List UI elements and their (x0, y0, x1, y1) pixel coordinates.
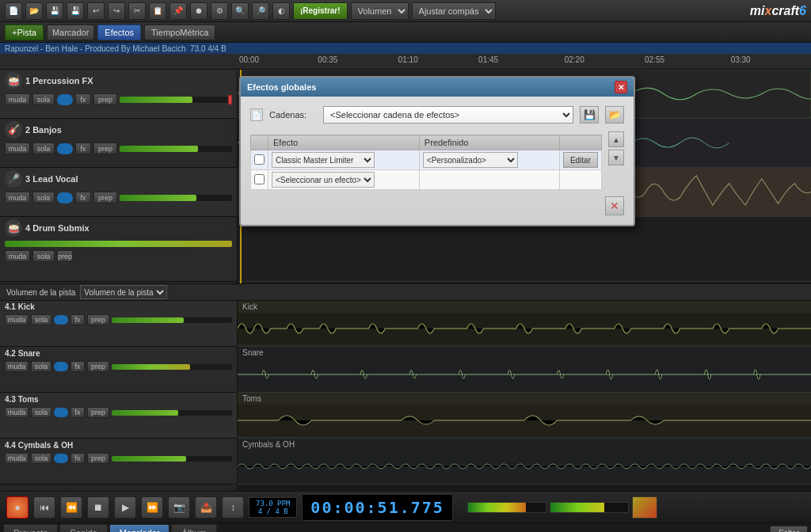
subtrack-4-3-name: 4.3 Toms (5, 395, 39, 404)
track-2-prep-btn[interactable]: prep (93, 142, 117, 154)
effect-down-btn[interactable]: ▼ (608, 150, 624, 165)
cadenas-save-btn[interactable]: 💾 (580, 106, 599, 124)
track-3-fader[interactable] (120, 195, 232, 201)
time-display: 00:00:51.775 (302, 494, 453, 521)
track-3-prep-btn[interactable]: prep (93, 192, 117, 203)
sub-4-4-fx-btn[interactable]: fx (70, 453, 85, 464)
modal-close-btn[interactable]: ✕ (615, 81, 627, 93)
effect-1-select[interactable]: Classic Master Limiter (272, 152, 375, 168)
adjust-select[interactable]: Ajustar compás (412, 2, 496, 20)
track-1-fx-btn[interactable]: fx (75, 93, 91, 105)
tab-proyecto[interactable]: Proyecto (3, 524, 58, 532)
track-3-sola-btn[interactable]: sola (32, 192, 55, 203)
col-checkbox (251, 135, 268, 150)
cadenas-load-btn[interactable]: 📂 (605, 106, 624, 124)
sub-4-3-sola-btn[interactable]: sola (31, 407, 51, 418)
goto-start-btn[interactable]: ⏮ (33, 496, 55, 519)
volume-dropdown[interactable]: Volumen de la pista (80, 285, 167, 299)
meter-right (550, 502, 629, 513)
soltar-btn[interactable]: Soltar (770, 526, 808, 532)
efectos-globales-dialog[interactable]: Efectos globales ✕ 📄 Cadenas: <Seleccion… (239, 76, 635, 226)
marcador-btn[interactable]: Marcador (47, 25, 94, 40)
sub-4-3-fader[interactable] (112, 410, 232, 416)
loop-btn[interactable]: ↕ (222, 496, 244, 519)
open-btn[interactable]: 📂 (25, 2, 43, 20)
save-btn[interactable]: 💾 (46, 2, 63, 20)
sub-4-4-muda-btn[interactable]: muda (5, 453, 29, 464)
track-3-audio-icon[interactable] (57, 192, 73, 203)
tab-album[interactable]: Álbum (171, 524, 216, 532)
tiempo-btn[interactable]: TiempoMétrica (144, 25, 215, 40)
subtracks-area: 4.1 Kick muda sola fx prep 4.2 Snare mud… (0, 301, 811, 491)
sub-4-1-sola-btn[interactable]: sola (31, 314, 51, 325)
export-btn[interactable]: 📤 (195, 496, 217, 519)
edit-1-btn[interactable]: Editar (563, 152, 598, 168)
effect-up-btn[interactable]: ▲ (608, 131, 624, 147)
sub-4-2-fader[interactable] (112, 364, 232, 370)
track-4-sola-btn[interactable]: sola (32, 250, 55, 262)
track-2-muda-btn[interactable]: muda (5, 142, 30, 154)
track-1-audio-icon[interactable] (57, 94, 73, 105)
sub-4-3-fx-btn[interactable]: fx (70, 407, 85, 418)
efectos-btn[interactable]: Efectos (97, 25, 141, 40)
cadenas-select[interactable]: <Seleccionar cadena de efectos> (323, 106, 573, 124)
copy-btn[interactable]: 📋 (149, 2, 166, 20)
track-4-fader[interactable] (5, 241, 232, 247)
track-2-audio-icon[interactable] (57, 143, 73, 154)
tab-sonido[interactable]: Sonido (59, 524, 107, 532)
track-2-fader[interactable] (120, 146, 232, 152)
tab-mezclador[interactable]: Mezclador (109, 524, 170, 532)
track-2-sola-btn[interactable]: sola (32, 142, 55, 154)
sub-4-3-muda-btn[interactable]: muda (5, 407, 29, 418)
record-btn[interactable]: ● (6, 496, 29, 519)
camera-btn[interactable]: 📷 (168, 496, 190, 519)
track-1-muda-btn[interactable]: muda (5, 93, 30, 105)
track-3-muda-btn[interactable]: muda (5, 192, 30, 203)
new-btn[interactable]: 📄 (5, 2, 22, 20)
sub-4-3-prep-btn[interactable]: prep (87, 407, 109, 418)
add-pista-btn[interactable]: +Pista (5, 25, 44, 40)
track-1-sola-btn[interactable]: sola (32, 93, 55, 105)
sub-4-2-muda-btn[interactable]: muda (5, 361, 29, 372)
stop-btn[interactable]: ⏹ (87, 496, 109, 519)
settings-btn[interactable]: ⚙ (211, 2, 228, 20)
effect-2-select[interactable]: <Seleccionar un efecto> (272, 172, 375, 188)
sub-4-4-fader[interactable] (112, 456, 232, 462)
sub-4-1-fx-btn[interactable]: fx (70, 314, 85, 325)
effect-2-checkbox[interactable] (254, 174, 265, 184)
zoom-out-btn[interactable]: 🔎 (252, 2, 269, 20)
record-icon[interactable]: ⏺ (190, 2, 208, 20)
paste-btn[interactable]: 📌 (169, 2, 187, 20)
track-3-fx-btn[interactable]: fx (75, 192, 91, 203)
cut-btn[interactable]: ✂ (128, 2, 146, 20)
track-4-muda-btn[interactable]: muda (5, 250, 30, 262)
sub-4-4-prep-btn[interactable]: prep (87, 453, 109, 464)
saveas-btn[interactable]: 💾 (67, 2, 84, 20)
track-1-prep-btn[interactable]: prep (93, 93, 117, 105)
zoom-in-btn[interactable]: 🔍 (231, 2, 249, 20)
track-1-fader[interactable] (120, 97, 232, 103)
delete-effect-btn[interactable]: ✕ (605, 196, 624, 215)
sub-4-2-prep-btn[interactable]: prep (87, 361, 109, 372)
extra-btn1[interactable]: ◐ (272, 2, 290, 20)
effect-1-checkbox[interactable] (254, 154, 265, 165)
fast-forward-btn[interactable]: ⏩ (141, 496, 163, 519)
sub-4-1-fader[interactable] (112, 317, 232, 323)
sub-4-1-muda-btn[interactable]: muda (5, 314, 29, 325)
track-2-fx-btn[interactable]: fx (75, 142, 91, 154)
play-btn[interactable]: ▶ (114, 496, 136, 519)
sub-4-1-prep-btn[interactable]: prep (87, 314, 109, 325)
col-predefinido: Predefinido (419, 135, 559, 150)
sub-4-4-sola-btn[interactable]: sola (31, 453, 51, 464)
track-4-fx-btn[interactable]: prep (57, 250, 73, 262)
sub-4-2-sola-btn[interactable]: sola (31, 361, 51, 372)
preset-1-select[interactable]: <Personalizado> (423, 152, 518, 168)
effect-row-1: Classic Master Limiter <Personalizado> E… (251, 150, 602, 170)
register-btn[interactable]: ¡Registrar! (293, 2, 348, 20)
rewind-btn[interactable]: ⏪ (60, 496, 82, 519)
volume-select[interactable]: Volumen (351, 2, 409, 20)
sub-4-2-fx-btn[interactable]: fx (70, 361, 85, 372)
undo-btn[interactable]: ↩ (87, 2, 105, 20)
redo-btn[interactable]: ↪ (108, 2, 125, 20)
subtrack-4-4: 4.4 Cymbals & OH muda sola fx prep (0, 439, 237, 484)
